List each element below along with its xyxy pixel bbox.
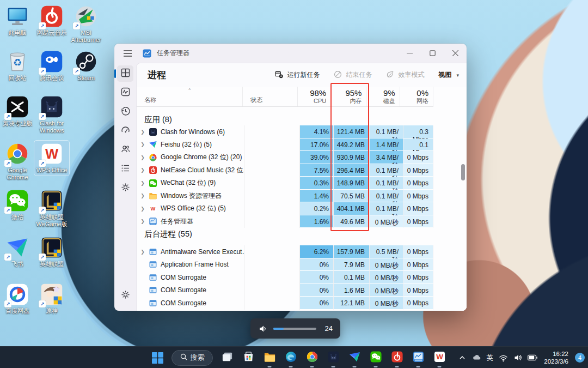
sidebar-item-details[interactable] — [117, 161, 133, 177]
maximize-button[interactable] — [421, 44, 444, 63]
expand-chevron-icon[interactable]: ❯ — [140, 129, 145, 135]
expand-chevron-icon[interactable]: ❯ — [140, 206, 145, 212]
start-button[interactable] — [150, 351, 164, 365]
taskbar-icon-wechat[interactable] — [369, 351, 383, 365]
expand-chevron-icon[interactable]: ❯ — [140, 167, 145, 173]
taskbar-icon-taskmgr[interactable] — [411, 351, 425, 365]
taskbar-icon-wps[interactable]: W — [432, 351, 446, 365]
process-name: Feishu (32 位) (5) — [161, 140, 212, 149]
expand-chevron-icon[interactable]: ❯ — [140, 180, 145, 186]
desktop-icon-label: 百度网盘 — [0, 307, 35, 315]
settings-gear-icon[interactable] — [117, 287, 133, 304]
wechat-icon — [149, 179, 157, 188]
desktop-icon-chrome[interactable]: ↗Google Chrome — [0, 141, 35, 183]
taskbar-icon-store[interactable] — [241, 351, 255, 365]
desktop-icon-feishu[interactable]: ↗飞书 — [0, 234, 35, 269]
task-manager-app-icon — [143, 49, 151, 58]
run-new-task-icon — [275, 70, 283, 80]
volume-slider[interactable] — [273, 328, 316, 330]
table-row[interactable]: ❯WWPS Office (32 位) (5)0.2%404.1 MB0.1 M… — [137, 202, 467, 215]
desktop-icon-capcut[interactable]: ↗剪映专业版 — [0, 94, 35, 129]
desktop-icon-wps[interactable]: W↗WPS Office — [34, 141, 69, 176]
hamburger-menu-icon[interactable] — [119, 46, 136, 61]
memory-value-cell: 930.9 MB — [334, 151, 370, 164]
table-row[interactable]: ❯Google Chrome (32 位) (20)39.0%930.9 MB3… — [137, 151, 467, 164]
sidebar-item-processes[interactable] — [117, 65, 133, 82]
desktop-icon-genshin[interactable]: ↗原神 — [34, 281, 69, 316]
efficiency-mode-button[interactable]: 效率模式 — [386, 70, 424, 80]
column-header-network[interactable]: 0% 网络 — [400, 87, 433, 106]
table-row[interactable]: COM Surrogate0%0.1 MB0 MB/秒0 Mbps — [137, 271, 467, 284]
taskbar-icon-edge[interactable] — [284, 351, 298, 365]
expand-chevron-icon[interactable]: ❯ — [140, 219, 145, 224]
notification-badge[interactable]: 4 — [575, 353, 585, 363]
wifi-icon[interactable] — [498, 353, 508, 363]
table-row[interactable]: ❯Windows 资源管理器1.4%70.5 MB0.1 MB/秒0 Mbps — [137, 190, 467, 203]
desktop-icon-lol[interactable]: ↗英雄联盟 WeGame版 — [34, 188, 69, 230]
table-row[interactable]: Application Frame Host0%7.9 MB0 MB/秒0 Mb… — [137, 258, 467, 272]
tray-chevron-up-icon[interactable] — [457, 353, 467, 363]
table-row[interactable]: ❯Antimalware Service Execut…6.2%157.9 MB… — [137, 245, 467, 258]
expand-chevron-icon[interactable]: ❯ — [140, 193, 145, 198]
search-input[interactable]: 搜索 — [171, 350, 213, 366]
sidebar-item-users[interactable] — [117, 142, 133, 158]
expand-chevron-icon[interactable]: ❯ — [140, 142, 145, 147]
vertical-scrollbar-thumb[interactable] — [461, 164, 465, 180]
sidebar-item-startup-apps[interactable] — [117, 123, 133, 139]
table-row[interactable]: ❯任务管理器1.6%49.6 MB0 MB/秒0 Mbps — [137, 215, 467, 228]
expand-chevron-icon[interactable]: ❯ — [140, 249, 145, 255]
clock[interactable]: 16:22 2023/3/6 — [544, 350, 568, 365]
view-dropdown[interactable]: 视图 ▾ — [438, 70, 459, 80]
sidebar-item-app-history[interactable] — [117, 104, 133, 120]
close-button[interactable] — [444, 44, 467, 63]
desktop-icon-clash[interactable]: ↗Clash for Windows — [34, 94, 69, 136]
table-row[interactable]: ❯NetEase Cloud Music (32 位…7.5%296.4 MB0… — [137, 164, 467, 177]
process-name: Application Frame Host — [161, 261, 229, 268]
column-header-status[interactable]: 状态 — [243, 87, 298, 106]
table-row[interactable]: COM Surrogate0%12.1 MB0 MB/秒0 Mbps — [137, 297, 467, 310]
disk-value-cell: 3.4 MB/秒 — [370, 151, 403, 164]
table-row[interactable]: COM Surrogate0%1.6 MB0 MB/秒0 Mbps — [137, 284, 467, 297]
desktop-icon-lol[interactable]: ↗英雄联盟 — [34, 234, 69, 269]
shortcut-arrow-icon: ↗ — [4, 160, 11, 167]
desktop-icon-tencent-meeting[interactable]: ↗腾讯会议 — [34, 49, 69, 83]
shortcut-arrow-icon: ↗ — [4, 300, 11, 307]
taskbar-icon-explorer[interactable] — [262, 351, 277, 365]
language-indicator[interactable]: 英 — [487, 353, 494, 363]
taskbar-icon-task-view[interactable] — [220, 351, 234, 365]
desktop-icon-msi[interactable]: ↗MSI Afterburner — [69, 3, 103, 45]
expand-chevron-icon[interactable]: ❯ — [140, 155, 145, 160]
minimize-button[interactable] — [398, 44, 421, 63]
taskbar-icon-clash[interactable] — [326, 351, 340, 365]
sidebar-item-performance[interactable] — [117, 85, 133, 101]
section-label: 应用 (8) — [137, 114, 172, 125]
run-new-task-button[interactable]: 运行新任务 — [275, 70, 320, 80]
battery-icon[interactable] — [528, 353, 537, 363]
taskbar-icon-netease[interactable] — [390, 351, 404, 365]
desktop-icon-steam[interactable]: ↗Steam — [69, 49, 103, 83]
process-table: ⌃ 名称 状态 98% CPU 95% 内存 9% 磁盘 — [137, 87, 467, 311]
desktop-icon-netease[interactable]: ↗网易云音乐 — [34, 3, 69, 38]
desktop-icon-recycle-bin[interactable]: ♻回收站 — [0, 49, 35, 83]
section-header[interactable]: 后台进程 (55) — [137, 228, 467, 240]
taskbar-icon-feishu[interactable] — [347, 351, 362, 365]
network-value-cell: 0 Mbps — [403, 258, 433, 272]
column-header-name[interactable]: ⌃ 名称 — [137, 87, 243, 106]
taskbar-icon-chrome[interactable] — [305, 351, 319, 365]
column-header-memory[interactable]: 95% 内存 — [331, 87, 366, 106]
desktop-icon-baidu-pan[interactable]: ↗百度网盘 — [0, 281, 35, 316]
column-header-cpu[interactable]: 98% CPU — [298, 87, 331, 106]
sidebar-item-services[interactable] — [117, 180, 133, 196]
section-header[interactable]: 应用 (8) — [137, 113, 467, 125]
startup-apps-icon — [121, 125, 130, 137]
end-task-button[interactable]: 结束任务 — [334, 70, 372, 80]
desktop-icon-wechat[interactable]: ↗微信 — [0, 188, 35, 222]
table-row[interactable]: ❯Feishu (32 位) (5)17.0%449.2 MB1.4 MB/秒0… — [137, 138, 467, 152]
table-row[interactable]: ❯WeChat (32 位) (9)0.3%148.9 MB0.1 MB/秒0 … — [137, 177, 467, 190]
column-header-disk[interactable]: 9% 磁盘 — [366, 87, 400, 106]
table-row[interactable]: ❯Clash for Windows (6)4.1%121.4 MB0.1 MB… — [137, 125, 467, 138]
volume-icon[interactable] — [513, 353, 523, 363]
title-bar[interactable]: 任务管理器 — [114, 44, 467, 63]
desktop-icon-this-pc[interactable]: 此电脑 — [0, 3, 35, 38]
onedrive-cloud-icon[interactable] — [472, 353, 482, 363]
